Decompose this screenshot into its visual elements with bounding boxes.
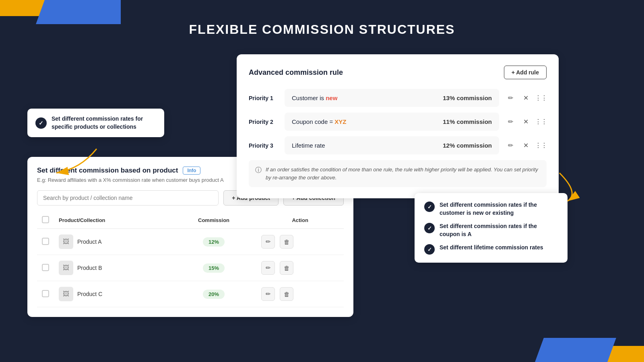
row-product-name: 🖼 Product C — [54, 281, 171, 307]
priority-item: Coupon code = XYZ 11% commission — [285, 113, 499, 131]
row-checkbox-cell — [37, 255, 54, 281]
edit-button[interactable]: ✏ — [261, 235, 275, 249]
add-rule-button[interactable]: + Add rule — [504, 66, 547, 79]
col-product: Product/Collection — [54, 212, 171, 229]
priority-rows-container: Priority 1 Customer is new 13% commissio… — [249, 89, 547, 154]
edit-button[interactable]: ✏ — [261, 261, 275, 275]
header-checkbox[interactable] — [42, 216, 49, 223]
drag-priority-button[interactable]: ⋮⋮ — [535, 140, 547, 151]
row-commission: 12% — [171, 229, 257, 255]
corner-decoration-bottom-right — [523, 338, 644, 362]
delete-button[interactable]: 🗑 — [280, 287, 293, 301]
close-priority-button[interactable]: ✕ — [520, 116, 531, 128]
priority-row: Priority 1 Customer is new 13% commissio… — [249, 89, 547, 107]
check-icon-rule — [424, 244, 435, 255]
priority-label: Priority 2 — [249, 119, 279, 125]
priority-row: Priority 3 Lifetime rate 12% commission … — [249, 136, 547, 154]
priority-label: Priority 1 — [249, 95, 279, 101]
tooltip-rule-text: Set different commission rates if the co… — [440, 222, 558, 238]
priority-actions: ✏ ✕ ⋮⋮ — [505, 116, 547, 128]
row-checkbox-cell — [37, 281, 54, 307]
tooltip-rule-item: Set different commission rates if the co… — [424, 222, 558, 238]
col-checkbox — [37, 212, 54, 229]
delete-button[interactable]: 🗑 — [280, 261, 293, 275]
search-input[interactable] — [37, 190, 219, 206]
tooltip-rules: Set different commission rates if the cu… — [415, 193, 568, 263]
info-note: ⓘ If an order satisfies the condition of… — [249, 160, 547, 187]
tooltip-rule-text: Set different commission rates if the cu… — [440, 201, 558, 217]
priority-item-text: Lifetime rate — [292, 142, 325, 149]
edit-priority-button[interactable]: ✏ — [505, 116, 516, 128]
info-note-text: If an order satisfies the condition of m… — [266, 166, 540, 181]
close-priority-button[interactable]: ✕ — [520, 140, 531, 151]
tooltip-rules-items: Set different commission rates if the cu… — [424, 201, 558, 255]
tooltip-rule-item: Set different lifetime commission rates — [424, 244, 558, 255]
priority-actions: ✏ ✕ ⋮⋮ — [505, 93, 547, 104]
row-actions: ✏ 🗑 — [256, 255, 344, 281]
row-checkbox[interactable] — [42, 264, 49, 271]
priority-commission: 12% commission — [443, 142, 492, 149]
commission-badge: 20% — [203, 290, 225, 299]
commission-badge: 15% — [203, 263, 225, 273]
advanced-card-title: Advanced commission rule — [249, 68, 343, 77]
priority-actions: ✏ ✕ ⋮⋮ — [505, 140, 547, 151]
row-checkbox-cell — [37, 229, 54, 255]
edit-priority-button[interactable]: ✏ — [505, 140, 516, 151]
drag-priority-button[interactable]: ⋮⋮ — [535, 93, 547, 104]
row-checkbox[interactable] — [42, 290, 49, 297]
row-commission: 15% — [171, 255, 257, 281]
col-action: Action — [256, 212, 344, 229]
row-actions: ✏ 🗑 — [256, 229, 344, 255]
row-actions: ✏ 🗑 — [256, 281, 344, 307]
delete-button[interactable]: 🗑 — [280, 235, 293, 249]
row-checkbox[interactable] — [42, 238, 49, 245]
tooltip-products: Set different commission rates for speci… — [27, 109, 164, 137]
product-thumbnail: 🖼 — [59, 234, 73, 249]
tooltip-products-text: Set different commission rates for speci… — [52, 115, 156, 131]
priority-commission: 11% commission — [443, 118, 492, 125]
edit-button[interactable]: ✏ — [261, 287, 275, 301]
priority-label: Priority 3 — [249, 142, 279, 149]
priority-item: Lifetime rate 12% commission — [285, 136, 499, 154]
check-icon-rule — [424, 223, 435, 233]
advanced-commission-card: Advanced commission rule + Add rule Prio… — [237, 54, 559, 198]
table-header-row: Product/Collection Commission Action — [37, 212, 344, 229]
priority-item: Customer is new 13% commission — [285, 89, 499, 107]
tooltip-rule-text: Set different lifetime commission rates — [440, 244, 543, 252]
drag-priority-button[interactable]: ⋮⋮ — [535, 116, 547, 128]
corner-decoration-top-left — [0, 0, 121, 24]
row-product-name: 🖼 Product B — [54, 255, 171, 281]
product-card-title: Set different commission based on produc… — [37, 167, 178, 175]
product-thumbnail: 🖼 — [59, 287, 73, 301]
edit-priority-button[interactable]: ✏ — [505, 93, 516, 104]
priority-item-text: Customer is new — [292, 95, 337, 101]
priority-commission: 13% commission — [443, 95, 492, 101]
col-commission: Commission — [171, 212, 257, 229]
tooltip-rule-item: Set different commission rates if the cu… — [424, 201, 558, 217]
priority-row: Priority 2 Coupon code = XYZ 11% commiss… — [249, 113, 547, 131]
product-thumbnail: 🖼 — [59, 261, 73, 275]
commission-badge: 12% — [203, 237, 225, 247]
row-commission: 20% — [171, 281, 257, 307]
row-product-name: 🖼 Product A — [54, 229, 171, 255]
priority-item-text: Coupon code = XYZ — [292, 118, 347, 125]
info-icon: ⓘ — [255, 166, 262, 175]
info-badge[interactable]: Info — [183, 167, 200, 175]
check-icon-products — [35, 117, 47, 129]
table-row: 🖼 Product C 20% ✏ 🗑 — [37, 281, 344, 307]
table-row: 🖼 Product A 12% ✏ 🗑 — [37, 229, 344, 255]
product-table: Product/Collection Commission Action 🖼 P… — [37, 212, 344, 307]
advanced-card-header: Advanced commission rule + Add rule — [249, 66, 547, 79]
check-icon-rule — [424, 202, 435, 212]
close-priority-button[interactable]: ✕ — [520, 93, 531, 104]
table-row: 🖼 Product B 15% ✏ 🗑 — [37, 255, 344, 281]
